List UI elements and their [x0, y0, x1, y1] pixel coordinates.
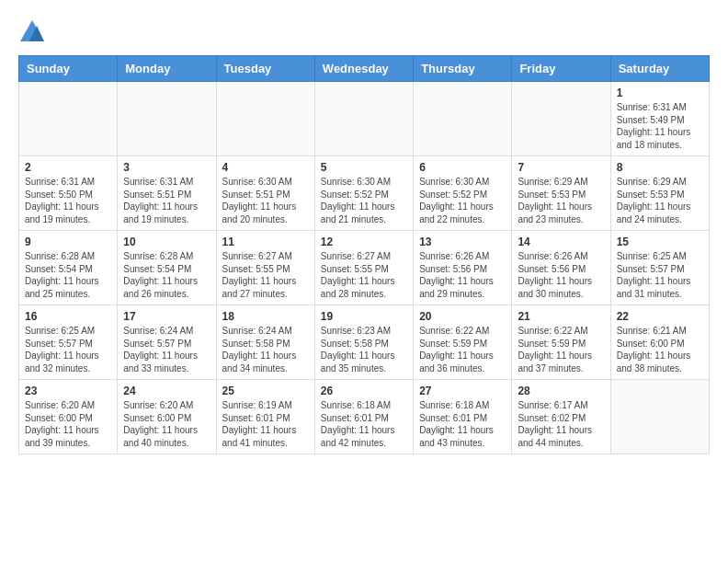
day-info: Sunrise: 6:30 AM Sunset: 5:51 PM Dayligh…	[222, 176, 309, 225]
day-of-week-monday: Monday	[118, 56, 216, 82]
day-info: Sunrise: 6:30 AM Sunset: 5:52 PM Dayligh…	[419, 176, 506, 225]
day-info: Sunrise: 6:20 AM Sunset: 6:00 PM Dayligh…	[25, 399, 111, 449]
day-info: Sunrise: 6:18 AM Sunset: 6:01 PM Dayligh…	[321, 399, 407, 449]
day-number: 2	[25, 161, 111, 174]
day-info: Sunrise: 6:24 AM Sunset: 5:58 PM Dayligh…	[222, 325, 309, 374]
day-number: 21	[518, 310, 604, 323]
day-info: Sunrise: 6:20 AM Sunset: 6:00 PM Dayligh…	[123, 399, 210, 449]
day-number: 27	[419, 385, 506, 397]
day-info: Sunrise: 6:27 AM Sunset: 5:55 PM Dayligh…	[321, 250, 407, 300]
calendar-day: 7Sunrise: 6:29 AM Sunset: 5:53 PM Daylig…	[512, 156, 610, 231]
day-number: 24	[123, 385, 210, 397]
day-info: Sunrise: 6:31 AM Sunset: 5:50 PM Dayligh…	[25, 176, 111, 225]
calendar-day: 9Sunrise: 6:28 AM Sunset: 5:54 PM Daylig…	[19, 231, 118, 305]
calendar-day: 3Sunrise: 6:31 AM Sunset: 5:51 PM Daylig…	[118, 156, 216, 231]
day-of-week-saturday: Saturday	[610, 56, 709, 82]
day-of-week-friday: Friday	[512, 56, 610, 82]
page-header	[18, 18, 710, 46]
calendar-day: 5Sunrise: 6:30 AM Sunset: 5:52 PM Daylig…	[314, 156, 413, 231]
day-of-week-sunday: Sunday	[19, 56, 118, 82]
day-number: 22	[617, 310, 703, 323]
calendar-day: 20Sunrise: 6:22 AM Sunset: 5:59 PM Dayli…	[414, 305, 512, 380]
calendar-week-5: 23Sunrise: 6:20 AM Sunset: 6:00 PM Dayli…	[19, 380, 710, 454]
day-of-week-wednesday: Wednesday	[314, 56, 413, 82]
day-of-week-thursday: Thursday	[414, 56, 512, 82]
day-info: Sunrise: 6:24 AM Sunset: 5:57 PM Dayligh…	[123, 325, 210, 374]
day-info: Sunrise: 6:22 AM Sunset: 5:59 PM Dayligh…	[419, 325, 506, 374]
day-info: Sunrise: 6:31 AM Sunset: 5:51 PM Dayligh…	[123, 176, 210, 225]
calendar-day: 19Sunrise: 6:23 AM Sunset: 5:58 PM Dayli…	[314, 305, 413, 380]
logo-icon	[18, 18, 46, 46]
calendar-day	[610, 380, 709, 454]
day-number: 19	[321, 310, 407, 323]
day-info: Sunrise: 6:26 AM Sunset: 5:56 PM Dayligh…	[518, 250, 604, 300]
calendar-header-row: SundayMondayTuesdayWednesdayThursdayFrid…	[19, 56, 710, 82]
calendar-day: 14Sunrise: 6:26 AM Sunset: 5:56 PM Dayli…	[512, 231, 610, 305]
calendar-day	[216, 82, 314, 156]
day-info: Sunrise: 6:21 AM Sunset: 6:00 PM Dayligh…	[617, 325, 703, 374]
day-info: Sunrise: 6:23 AM Sunset: 5:58 PM Dayligh…	[321, 325, 407, 374]
day-number: 20	[419, 310, 506, 323]
calendar-table: SundayMondayTuesdayWednesdayThursdayFrid…	[18, 55, 710, 454]
day-number: 6	[419, 161, 506, 174]
calendar-day: 1Sunrise: 6:31 AM Sunset: 5:49 PM Daylig…	[610, 82, 709, 156]
calendar-day: 22Sunrise: 6:21 AM Sunset: 6:00 PM Dayli…	[610, 305, 709, 380]
day-info: Sunrise: 6:18 AM Sunset: 6:01 PM Dayligh…	[419, 399, 506, 449]
day-info: Sunrise: 6:28 AM Sunset: 5:54 PM Dayligh…	[123, 250, 210, 300]
day-info: Sunrise: 6:29 AM Sunset: 5:53 PM Dayligh…	[617, 176, 703, 225]
calendar-day: 24Sunrise: 6:20 AM Sunset: 6:00 PM Dayli…	[118, 380, 216, 454]
calendar-day	[414, 82, 512, 156]
day-info: Sunrise: 6:31 AM Sunset: 5:49 PM Dayligh…	[617, 101, 703, 151]
day-info: Sunrise: 6:28 AM Sunset: 5:54 PM Dayligh…	[25, 250, 111, 300]
calendar-day: 2Sunrise: 6:31 AM Sunset: 5:50 PM Daylig…	[19, 156, 118, 231]
day-number: 13	[419, 236, 506, 248]
day-number: 18	[222, 310, 309, 323]
calendar-day	[314, 82, 413, 156]
calendar-day	[512, 82, 610, 156]
day-info: Sunrise: 6:22 AM Sunset: 5:59 PM Dayligh…	[518, 325, 604, 374]
day-info: Sunrise: 6:27 AM Sunset: 5:55 PM Dayligh…	[222, 250, 309, 300]
calendar-day: 6Sunrise: 6:30 AM Sunset: 5:52 PM Daylig…	[414, 156, 512, 231]
day-number: 11	[222, 236, 309, 248]
day-of-week-tuesday: Tuesday	[216, 56, 314, 82]
calendar-day: 8Sunrise: 6:29 AM Sunset: 5:53 PM Daylig…	[610, 156, 709, 231]
logo	[18, 18, 50, 46]
day-number: 8	[617, 161, 703, 174]
calendar-week-3: 9Sunrise: 6:28 AM Sunset: 5:54 PM Daylig…	[19, 231, 710, 305]
day-number: 25	[222, 385, 309, 397]
calendar-day: 15Sunrise: 6:25 AM Sunset: 5:57 PM Dayli…	[610, 231, 709, 305]
day-info: Sunrise: 6:25 AM Sunset: 5:57 PM Dayligh…	[25, 325, 111, 374]
calendar-week-4: 16Sunrise: 6:25 AM Sunset: 5:57 PM Dayli…	[19, 305, 710, 380]
day-number: 7	[518, 161, 604, 174]
calendar-day: 17Sunrise: 6:24 AM Sunset: 5:57 PM Dayli…	[118, 305, 216, 380]
calendar-day: 26Sunrise: 6:18 AM Sunset: 6:01 PM Dayli…	[314, 380, 413, 454]
day-number: 17	[123, 310, 210, 323]
day-number: 23	[25, 385, 111, 397]
day-number: 16	[25, 310, 111, 323]
calendar-week-2: 2Sunrise: 6:31 AM Sunset: 5:50 PM Daylig…	[19, 156, 710, 231]
calendar-day	[118, 82, 216, 156]
calendar-day: 10Sunrise: 6:28 AM Sunset: 5:54 PM Dayli…	[118, 231, 216, 305]
day-number: 15	[617, 236, 703, 248]
day-number: 9	[25, 236, 111, 248]
day-info: Sunrise: 6:26 AM Sunset: 5:56 PM Dayligh…	[419, 250, 506, 300]
calendar-day: 28Sunrise: 6:17 AM Sunset: 6:02 PM Dayli…	[512, 380, 610, 454]
calendar-day: 18Sunrise: 6:24 AM Sunset: 5:58 PM Dayli…	[216, 305, 314, 380]
day-number: 4	[222, 161, 309, 174]
calendar-week-1: 1Sunrise: 6:31 AM Sunset: 5:49 PM Daylig…	[19, 82, 710, 156]
calendar-day: 12Sunrise: 6:27 AM Sunset: 5:55 PM Dayli…	[314, 231, 413, 305]
calendar-day: 13Sunrise: 6:26 AM Sunset: 5:56 PM Dayli…	[414, 231, 512, 305]
day-info: Sunrise: 6:25 AM Sunset: 5:57 PM Dayligh…	[617, 250, 703, 300]
day-number: 26	[321, 385, 407, 397]
calendar-day: 11Sunrise: 6:27 AM Sunset: 5:55 PM Dayli…	[216, 231, 314, 305]
day-info: Sunrise: 6:29 AM Sunset: 5:53 PM Dayligh…	[518, 176, 604, 225]
day-number: 12	[321, 236, 407, 248]
calendar-day: 27Sunrise: 6:18 AM Sunset: 6:01 PM Dayli…	[414, 380, 512, 454]
day-number: 3	[123, 161, 210, 174]
day-number: 10	[123, 236, 210, 248]
day-info: Sunrise: 6:17 AM Sunset: 6:02 PM Dayligh…	[518, 399, 604, 449]
calendar-day: 21Sunrise: 6:22 AM Sunset: 5:59 PM Dayli…	[512, 305, 610, 380]
calendar-day: 4Sunrise: 6:30 AM Sunset: 5:51 PM Daylig…	[216, 156, 314, 231]
day-info: Sunrise: 6:19 AM Sunset: 6:01 PM Dayligh…	[222, 399, 309, 449]
calendar-day: 16Sunrise: 6:25 AM Sunset: 5:57 PM Dayli…	[19, 305, 118, 380]
